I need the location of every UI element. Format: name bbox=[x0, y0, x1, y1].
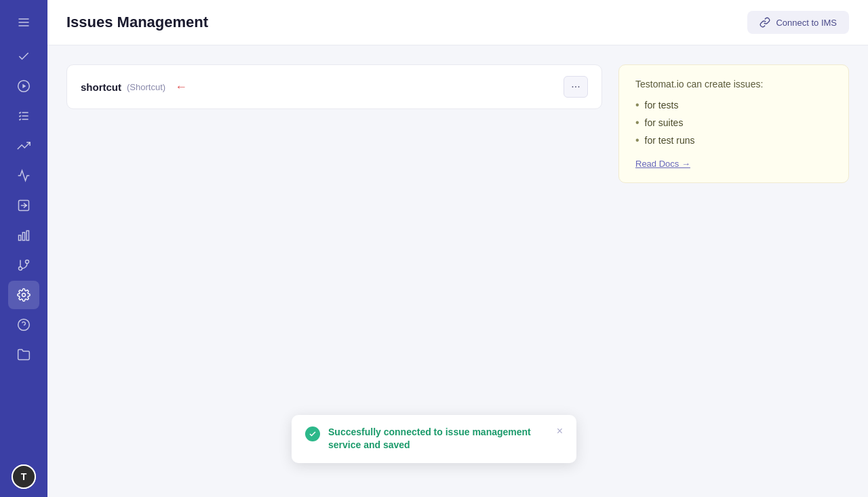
sidebar-item-reports[interactable] bbox=[8, 221, 39, 250]
connect-button-label: Connect to IMS bbox=[776, 18, 837, 28]
toast-close-button[interactable]: × bbox=[557, 426, 563, 437]
svg-rect-11 bbox=[22, 233, 24, 241]
list-item-suites: for suites bbox=[635, 117, 832, 129]
sidebar-item-settings[interactable] bbox=[8, 281, 39, 309]
sidebar-item-suites[interactable] bbox=[8, 102, 39, 130]
list-item-runs: for test runs bbox=[635, 134, 832, 146]
user-avatar[interactable]: T bbox=[12, 464, 36, 489]
info-box-title: Testomat.io can create issues: bbox=[635, 79, 832, 90]
more-options-icon: ··· bbox=[571, 81, 580, 93]
page-header: Issues Management Connect to IMS bbox=[47, 0, 868, 45]
sidebar-item-projects[interactable] bbox=[8, 340, 39, 369]
sidebar-item-integrations[interactable] bbox=[8, 251, 39, 279]
list-item-tests: for tests bbox=[635, 99, 832, 111]
sidebar-nav bbox=[0, 8, 47, 369]
page-title: Issues Management bbox=[66, 14, 208, 31]
svg-point-16 bbox=[22, 294, 26, 297]
svg-point-15 bbox=[19, 267, 22, 271]
sidebar-bottom: T bbox=[0, 459, 47, 489]
integration-type: (Shortcut) bbox=[127, 82, 165, 92]
svg-rect-12 bbox=[26, 231, 28, 240]
sidebar-item-help[interactable] bbox=[8, 311, 39, 339]
right-panel: Testomat.io can create issues: for tests… bbox=[618, 64, 849, 478]
sidebar-item-activity[interactable] bbox=[8, 161, 39, 190]
toast-text: Succesfully connected to issue managemen… bbox=[328, 426, 549, 452]
read-docs-link[interactable]: Read Docs → bbox=[635, 159, 690, 169]
info-box: Testomat.io can create issues: for tests… bbox=[618, 64, 849, 183]
svg-marker-4 bbox=[22, 84, 26, 89]
sidebar: T bbox=[0, 0, 47, 497]
avatar-label: T bbox=[12, 464, 36, 489]
info-box-list: for tests for suites for test runs bbox=[635, 99, 832, 146]
integration-info: shortcut (Shortcut) ← bbox=[81, 80, 187, 94]
link-icon bbox=[760, 17, 770, 28]
svg-point-17 bbox=[18, 319, 30, 331]
sidebar-item-menu[interactable] bbox=[8, 8, 39, 37]
integration-name: shortcut bbox=[81, 81, 121, 93]
svg-point-14 bbox=[26, 260, 29, 264]
svg-rect-10 bbox=[19, 235, 21, 241]
sidebar-item-runs[interactable] bbox=[8, 72, 39, 100]
connect-to-ims-button[interactable]: Connect to IMS bbox=[747, 11, 849, 34]
toast-success-icon bbox=[305, 426, 320, 441]
sidebar-item-analytics[interactable] bbox=[8, 132, 39, 160]
sidebar-item-tests[interactable] bbox=[8, 42, 39, 71]
integration-row: shortcut (Shortcut) ← ··· bbox=[66, 64, 602, 109]
arrow-left-icon: ← bbox=[175, 80, 187, 94]
toast-container: Succesfully connected to issue managemen… bbox=[292, 415, 576, 463]
toast-notification: Succesfully connected to issue managemen… bbox=[292, 415, 576, 463]
more-options-button[interactable]: ··· bbox=[564, 76, 588, 98]
sidebar-item-export[interactable] bbox=[8, 191, 39, 220]
toast-message: Succesfully connected to issue managemen… bbox=[328, 426, 549, 452]
